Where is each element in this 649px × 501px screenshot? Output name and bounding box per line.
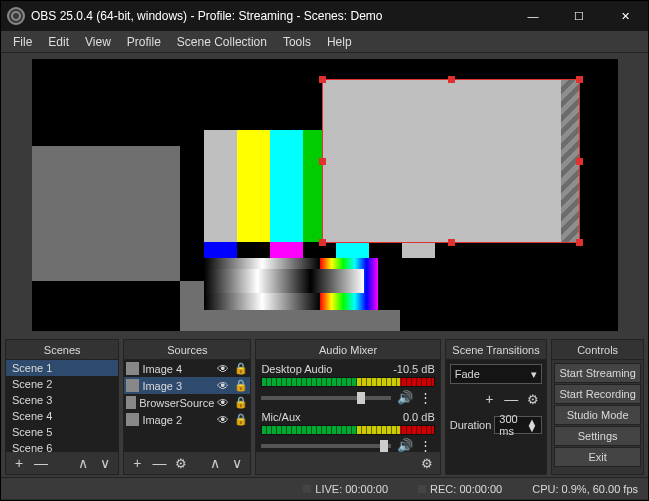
source-properties-button[interactable]: ⚙: [172, 454, 190, 472]
menu-scene-collection[interactable]: Scene Collection: [169, 33, 275, 51]
source-item[interactable]: Image 4👁🔒: [124, 360, 250, 377]
window-title: OBS 25.0.4 (64-bit, windows) - Profile: …: [31, 9, 510, 23]
start-streaming-button[interactable]: Start Streaming: [554, 363, 641, 383]
channel-db: 0.0 dB: [403, 411, 435, 423]
mixer-header: Audio Mixer: [256, 340, 439, 360]
resize-handle[interactable]: [319, 76, 326, 83]
remove-transition-button[interactable]: —: [502, 390, 520, 408]
controls-panel: Controls Start Streaming Start Recording…: [551, 339, 644, 475]
channel-name: Desktop Audio: [261, 363, 332, 375]
settings-button[interactable]: Settings: [554, 426, 641, 446]
source-label: Image 3: [142, 380, 182, 392]
menu-view[interactable]: View: [77, 33, 119, 51]
channel-menu-icon[interactable]: ⋮: [419, 438, 435, 452]
studio-mode-button[interactable]: Studio Mode: [554, 405, 641, 425]
scenes-panel: Scenes Scene 1 Scene 2 Scene 3 Scene 4 S…: [5, 339, 119, 475]
resize-handle[interactable]: [319, 239, 326, 246]
lock-icon[interactable]: 🔒: [234, 362, 248, 375]
sources-list[interactable]: Image 4👁🔒 Image 3👁🔒 BrowserSource👁🔒 Imag…: [124, 360, 250, 452]
source-label: Image 2: [142, 414, 182, 426]
scene-item[interactable]: Scene 3: [6, 392, 118, 408]
volume-meter: [261, 377, 434, 387]
scenes-header: Scenes: [6, 340, 118, 360]
remove-source-button[interactable]: —: [150, 454, 168, 472]
duration-value: 300 ms: [499, 413, 526, 437]
scene-item[interactable]: Scene 1: [6, 360, 118, 376]
channel-menu-icon[interactable]: ⋮: [419, 390, 435, 405]
speaker-icon[interactable]: 🔊: [397, 390, 413, 405]
scene-item[interactable]: Scene 6: [6, 440, 118, 452]
start-recording-button[interactable]: Start Recording: [554, 384, 641, 404]
status-live: LIVE: 00:00:00: [303, 483, 388, 495]
chevron-down-icon: ▾: [531, 368, 537, 381]
visibility-icon[interactable]: 👁: [217, 362, 229, 376]
add-transition-button[interactable]: +: [480, 390, 498, 408]
lock-icon[interactable]: 🔒: [234, 413, 248, 426]
mixer-channel-desktop: Desktop Audio-10.5 dB 🔊 ⋮: [256, 360, 439, 408]
source-image-4[interactable]: [204, 269, 364, 293]
scene-down-button[interactable]: ∨: [96, 454, 114, 472]
resize-handle[interactable]: [448, 76, 455, 83]
resize-handle[interactable]: [576, 76, 583, 83]
resize-handle[interactable]: [576, 239, 583, 246]
image-icon: [126, 379, 139, 392]
menu-help[interactable]: Help: [319, 33, 360, 51]
resize-handle[interactable]: [319, 158, 326, 165]
source-down-button[interactable]: ∨: [228, 454, 246, 472]
sources-panel: Sources Image 4👁🔒 Image 3👁🔒 BrowserSourc…: [123, 339, 251, 475]
source-up-button[interactable]: ∧: [206, 454, 224, 472]
scene-up-button[interactable]: ∧: [74, 454, 92, 472]
channel-name: Mic/Aux: [261, 411, 300, 423]
mixer-settings-button[interactable]: ⚙: [418, 454, 436, 472]
close-button[interactable]: ✕: [602, 1, 648, 31]
menu-tools[interactable]: Tools: [275, 33, 319, 51]
mixer-channel-mic: Mic/Aux0.0 dB 🔊 ⋮: [256, 408, 439, 452]
source-item[interactable]: Image 2👁🔒: [124, 411, 250, 428]
preview-area: [1, 53, 648, 337]
status-rec: REC: 00:00:00: [418, 483, 502, 495]
image-icon: [126, 413, 139, 426]
lock-icon[interactable]: 🔒: [234, 379, 248, 392]
dock-area: Scenes Scene 1 Scene 2 Scene 3 Scene 4 S…: [1, 337, 648, 477]
status-bar: LIVE: 00:00:00 REC: 00:00:00 CPU: 0.9%, …: [1, 477, 648, 499]
scenes-list[interactable]: Scene 1 Scene 2 Scene 3 Scene 4 Scene 5 …: [6, 360, 118, 452]
scene-item[interactable]: Scene 2: [6, 376, 118, 392]
sources-header: Sources: [124, 340, 250, 360]
menu-file[interactable]: File: [5, 33, 40, 51]
resize-handle[interactable]: [448, 239, 455, 246]
source-label: BrowserSource: [139, 397, 214, 409]
scene-item[interactable]: Scene 5: [6, 424, 118, 440]
transitions-header: Scene Transitions: [446, 340, 547, 360]
menu-profile[interactable]: Profile: [119, 33, 169, 51]
source-item[interactable]: Image 3👁🔒: [124, 377, 250, 394]
title-bar: OBS 25.0.4 (64-bit, windows) - Profile: …: [1, 1, 648, 31]
volume-slider[interactable]: [261, 396, 390, 400]
source-image-2[interactable]: [32, 146, 180, 281]
minimize-button[interactable]: —: [510, 1, 556, 31]
exit-button[interactable]: Exit: [554, 447, 641, 467]
lock-icon[interactable]: 🔒: [234, 396, 248, 409]
preview-canvas[interactable]: [32, 59, 618, 331]
controls-header: Controls: [552, 340, 643, 360]
spin-down-icon[interactable]: ▼: [526, 425, 537, 431]
add-source-button[interactable]: +: [128, 454, 146, 472]
source-item[interactable]: BrowserSource👁🔒: [124, 394, 250, 411]
resize-handle[interactable]: [576, 158, 583, 165]
maximize-button[interactable]: ☐: [556, 1, 602, 31]
transition-properties-button[interactable]: ⚙: [524, 390, 542, 408]
source-label: Image 4: [142, 363, 182, 375]
transitions-panel: Scene Transitions Fade▾ + — ⚙ Duration 3…: [445, 339, 548, 475]
visibility-icon[interactable]: 👁: [217, 396, 229, 410]
visibility-icon[interactable]: 👁: [217, 379, 229, 393]
visibility-icon[interactable]: 👁: [217, 413, 229, 427]
remove-scene-button[interactable]: —: [32, 454, 50, 472]
add-scene-button[interactable]: +: [10, 454, 28, 472]
source-image-3-selected[interactable]: [322, 79, 580, 243]
image-icon: [126, 362, 139, 375]
duration-spinbox[interactable]: 300 ms ▲▼: [494, 416, 542, 434]
speaker-icon[interactable]: 🔊: [397, 438, 413, 452]
transition-select[interactable]: Fade▾: [450, 364, 543, 384]
menu-edit[interactable]: Edit: [40, 33, 77, 51]
volume-slider[interactable]: [261, 444, 390, 448]
scene-item[interactable]: Scene 4: [6, 408, 118, 424]
